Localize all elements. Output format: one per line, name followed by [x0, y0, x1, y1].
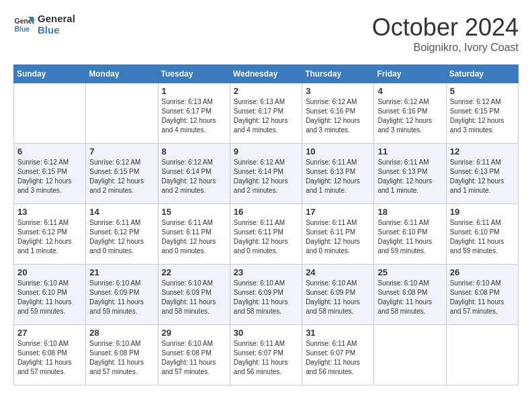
day-info: Sunrise: 6:13 AM Sunset: 6:17 PM Dayligh… — [234, 97, 298, 135]
day-number: 22 — [162, 267, 226, 277]
calendar-day-cell: 29Sunrise: 6:10 AM Sunset: 6:08 PM Dayli… — [158, 325, 230, 385]
calendar-day-cell: 8Sunrise: 6:12 AM Sunset: 6:14 PM Daylig… — [158, 144, 230, 204]
day-info: Sunrise: 6:12 AM Sunset: 6:16 PM Dayligh… — [378, 97, 442, 135]
weekday-header: Friday — [374, 65, 446, 83]
calendar-day-cell: 3Sunrise: 6:12 AM Sunset: 6:16 PM Daylig… — [302, 83, 374, 144]
calendar-day-cell: 26Sunrise: 6:10 AM Sunset: 6:08 PM Dayli… — [446, 265, 518, 325]
svg-text:Blue: Blue — [15, 25, 30, 32]
calendar-week-row: 1Sunrise: 6:13 AM Sunset: 6:17 PM Daylig… — [14, 83, 519, 144]
day-info: Sunrise: 6:13 AM Sunset: 6:17 PM Dayligh… — [162, 97, 226, 135]
day-info: Sunrise: 6:11 AM Sunset: 6:12 PM Dayligh… — [89, 218, 154, 256]
day-info: Sunrise: 6:11 AM Sunset: 6:13 PM Dayligh… — [450, 158, 515, 195]
day-info: Sunrise: 6:11 AM Sunset: 6:10 PM Dayligh… — [450, 218, 515, 256]
day-info: Sunrise: 6:11 AM Sunset: 6:13 PM Dayligh… — [306, 158, 370, 195]
calendar-day-cell: 7Sunrise: 6:12 AM Sunset: 6:15 PM Daylig… — [86, 144, 158, 204]
logo: General Blue General Blue — [13, 13, 75, 36]
location: Boignikro, Ivory Coast — [372, 42, 519, 54]
day-info: Sunrise: 6:11 AM Sunset: 6:11 PM Dayligh… — [162, 218, 226, 256]
calendar-day-cell — [374, 325, 446, 385]
day-number: 27 — [17, 328, 82, 338]
weekday-header: Sunday — [14, 65, 86, 83]
calendar-day-cell: 2Sunrise: 6:13 AM Sunset: 6:17 PM Daylig… — [230, 83, 302, 144]
day-info: Sunrise: 6:10 AM Sunset: 6:09 PM Dayligh… — [234, 279, 298, 316]
calendar-day-cell — [86, 83, 158, 144]
calendar-day-cell: 21Sunrise: 6:10 AM Sunset: 6:09 PM Dayli… — [86, 265, 158, 325]
calendar-day-cell: 30Sunrise: 6:11 AM Sunset: 6:07 PM Dayli… — [230, 325, 302, 385]
day-number: 14 — [89, 207, 154, 217]
weekday-header: Wednesday — [230, 65, 302, 83]
calendar-day-cell: 24Sunrise: 6:10 AM Sunset: 6:09 PM Dayli… — [302, 265, 374, 325]
day-info: Sunrise: 6:10 AM Sunset: 6:09 PM Dayligh… — [162, 279, 226, 316]
calendar-day-cell: 9Sunrise: 6:12 AM Sunset: 6:14 PM Daylig… — [230, 144, 302, 204]
day-number: 18 — [378, 207, 442, 217]
day-number: 2 — [234, 86, 298, 96]
weekday-header: Thursday — [302, 65, 374, 83]
calendar-day-cell: 25Sunrise: 6:10 AM Sunset: 6:08 PM Dayli… — [374, 265, 446, 325]
day-number: 12 — [450, 146, 515, 156]
calendar-day-cell: 10Sunrise: 6:11 AM Sunset: 6:13 PM Dayli… — [302, 144, 374, 204]
calendar-day-cell: 31Sunrise: 6:11 AM Sunset: 6:07 PM Dayli… — [302, 325, 374, 385]
day-number: 7 — [89, 146, 154, 156]
day-info: Sunrise: 6:12 AM Sunset: 6:15 PM Dayligh… — [89, 158, 154, 195]
calendar-day-cell: 19Sunrise: 6:11 AM Sunset: 6:10 PM Dayli… — [446, 204, 518, 265]
logo-text-blue: Blue — [38, 25, 75, 36]
day-number: 3 — [306, 86, 370, 96]
day-info: Sunrise: 6:12 AM Sunset: 6:14 PM Dayligh… — [234, 158, 298, 195]
day-info: Sunrise: 6:10 AM Sunset: 6:10 PM Dayligh… — [17, 279, 82, 316]
day-info: Sunrise: 6:11 AM Sunset: 6:13 PM Dayligh… — [378, 158, 442, 195]
day-info: Sunrise: 6:12 AM Sunset: 6:15 PM Dayligh… — [17, 158, 82, 195]
calendar-day-cell: 4Sunrise: 6:12 AM Sunset: 6:16 PM Daylig… — [374, 83, 446, 144]
day-info: Sunrise: 6:11 AM Sunset: 6:10 PM Dayligh… — [378, 218, 442, 256]
day-number: 20 — [17, 267, 82, 277]
day-info: Sunrise: 6:11 AM Sunset: 6:11 PM Dayligh… — [306, 218, 370, 256]
day-number: 30 — [234, 328, 298, 338]
calendar-day-cell: 13Sunrise: 6:11 AM Sunset: 6:12 PM Dayli… — [14, 204, 86, 265]
day-info: Sunrise: 6:11 AM Sunset: 6:07 PM Dayligh… — [234, 339, 298, 377]
day-number: 28 — [89, 328, 154, 338]
day-info: Sunrise: 6:10 AM Sunset: 6:08 PM Dayligh… — [378, 279, 442, 316]
calendar-week-row: 27Sunrise: 6:10 AM Sunset: 6:08 PM Dayli… — [14, 325, 519, 385]
day-number: 17 — [306, 207, 370, 217]
day-number: 10 — [306, 146, 370, 156]
calendar-day-cell: 5Sunrise: 6:12 AM Sunset: 6:15 PM Daylig… — [446, 83, 518, 144]
logo-icon: General Blue — [13, 14, 35, 36]
day-info: Sunrise: 6:10 AM Sunset: 6:08 PM Dayligh… — [17, 339, 82, 377]
day-info: Sunrise: 6:10 AM Sunset: 6:08 PM Dayligh… — [162, 339, 226, 377]
day-number: 25 — [378, 267, 442, 277]
calendar-day-cell: 18Sunrise: 6:11 AM Sunset: 6:10 PM Dayli… — [374, 204, 446, 265]
day-number: 9 — [234, 146, 298, 156]
day-info: Sunrise: 6:12 AM Sunset: 6:15 PM Dayligh… — [450, 97, 515, 135]
day-number: 19 — [450, 207, 515, 217]
calendar-day-cell: 28Sunrise: 6:10 AM Sunset: 6:08 PM Dayli… — [86, 325, 158, 385]
day-info: Sunrise: 6:11 AM Sunset: 6:12 PM Dayligh… — [17, 218, 82, 256]
calendar-day-cell: 1Sunrise: 6:13 AM Sunset: 6:17 PM Daylig… — [158, 83, 230, 144]
title-block: October 2024 Boignikro, Ivory Coast — [372, 13, 519, 54]
day-number: 26 — [450, 267, 515, 277]
day-number: 13 — [17, 207, 82, 217]
month-title: October 2024 — [372, 13, 519, 42]
day-number: 6 — [17, 146, 82, 156]
calendar-week-row: 13Sunrise: 6:11 AM Sunset: 6:12 PM Dayli… — [14, 204, 519, 265]
calendar-day-cell: 11Sunrise: 6:11 AM Sunset: 6:13 PM Dayli… — [374, 144, 446, 204]
calendar-day-cell: 15Sunrise: 6:11 AM Sunset: 6:11 PM Dayli… — [158, 204, 230, 265]
calendar-table: SundayMondayTuesdayWednesdayThursdayFrid… — [13, 64, 519, 385]
day-info: Sunrise: 6:11 AM Sunset: 6:11 PM Dayligh… — [234, 218, 298, 256]
day-number: 1 — [162, 86, 226, 96]
logo-text-general: General — [38, 13, 75, 25]
calendar-day-cell: 16Sunrise: 6:11 AM Sunset: 6:11 PM Dayli… — [230, 204, 302, 265]
weekday-header: Tuesday — [158, 65, 230, 83]
day-info: Sunrise: 6:10 AM Sunset: 6:08 PM Dayligh… — [450, 279, 515, 316]
calendar-day-cell — [446, 325, 518, 385]
day-number: 5 — [450, 86, 515, 96]
calendar-day-cell — [14, 83, 86, 144]
calendar-day-cell: 12Sunrise: 6:11 AM Sunset: 6:13 PM Dayli… — [446, 144, 518, 204]
weekday-header: Monday — [86, 65, 158, 83]
day-number: 23 — [234, 267, 298, 277]
calendar-day-cell: 22Sunrise: 6:10 AM Sunset: 6:09 PM Dayli… — [158, 265, 230, 325]
day-number: 24 — [306, 267, 370, 277]
calendar-week-row: 6Sunrise: 6:12 AM Sunset: 6:15 PM Daylig… — [14, 144, 519, 204]
day-number: 11 — [378, 146, 442, 156]
day-info: Sunrise: 6:10 AM Sunset: 6:09 PM Dayligh… — [306, 279, 370, 316]
calendar-day-cell: 23Sunrise: 6:10 AM Sunset: 6:09 PM Dayli… — [230, 265, 302, 325]
calendar-day-cell: 6Sunrise: 6:12 AM Sunset: 6:15 PM Daylig… — [14, 144, 86, 204]
